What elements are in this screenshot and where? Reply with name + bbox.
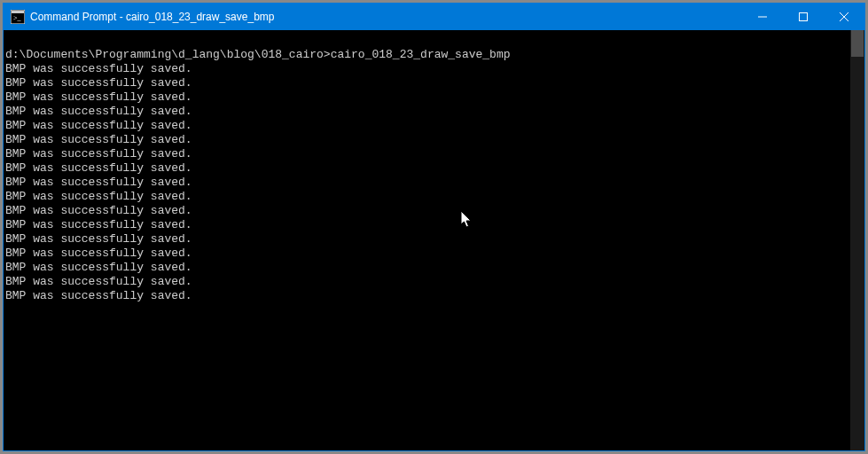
output-line: BMP was successfully saved. bbox=[5, 161, 850, 176]
svg-rect-4 bbox=[800, 13, 808, 21]
minimize-button[interactable] bbox=[742, 4, 783, 30]
terminal-output[interactable]: d:\Documents\Programming\d_lang\blog\018… bbox=[4, 30, 850, 450]
output-line: BMP was successfully saved. bbox=[5, 218, 850, 232]
output-line: BMP was successfully saved. bbox=[5, 176, 850, 190]
output-line: BMP was successfully saved. bbox=[5, 76, 850, 90]
svg-text:>_: >_ bbox=[13, 14, 22, 22]
output-line: BMP was successfully saved. bbox=[5, 105, 850, 119]
scrollbar[interactable] bbox=[850, 30, 864, 450]
output-line: BMP was successfully saved. bbox=[5, 119, 850, 133]
output-line: BMP was successfully saved. bbox=[5, 62, 850, 76]
output-line: BMP was successfully saved. bbox=[5, 147, 850, 161]
output-line: BMP was successfully saved. bbox=[5, 190, 850, 204]
cmd-icon: >_ bbox=[11, 10, 25, 24]
output-line: BMP was successfully saved. bbox=[5, 90, 850, 105]
output-line: BMP was successfully saved. bbox=[5, 232, 850, 247]
output-line bbox=[5, 34, 850, 48]
window-title: Command Prompt - cairo_018_23_draw_save_… bbox=[30, 11, 274, 23]
titlebar[interactable]: >_ Command Prompt - cairo_018_23_draw_sa… bbox=[4, 4, 864, 30]
command-prompt-window: >_ Command Prompt - cairo_018_23_draw_sa… bbox=[3, 3, 865, 451]
svg-rect-1 bbox=[12, 11, 24, 13]
prompt-line: d:\Documents\Programming\d_lang\blog\018… bbox=[5, 48, 850, 62]
output-line: BMP was successfully saved. bbox=[5, 204, 850, 218]
terminal-area: d:\Documents\Programming\d_lang\blog\018… bbox=[4, 30, 864, 450]
output-line: BMP was successfully saved. bbox=[5, 275, 850, 289]
close-button[interactable] bbox=[824, 4, 864, 30]
scrollbar-thumb[interactable] bbox=[851, 30, 864, 57]
output-line: BMP was successfully saved. bbox=[5, 261, 850, 275]
output-line: BMP was successfully saved. bbox=[5, 133, 850, 147]
window-controls bbox=[742, 4, 864, 30]
output-line: BMP was successfully saved. bbox=[5, 289, 850, 303]
maximize-button[interactable] bbox=[783, 4, 824, 30]
output-line: BMP was successfully saved. bbox=[5, 247, 850, 261]
